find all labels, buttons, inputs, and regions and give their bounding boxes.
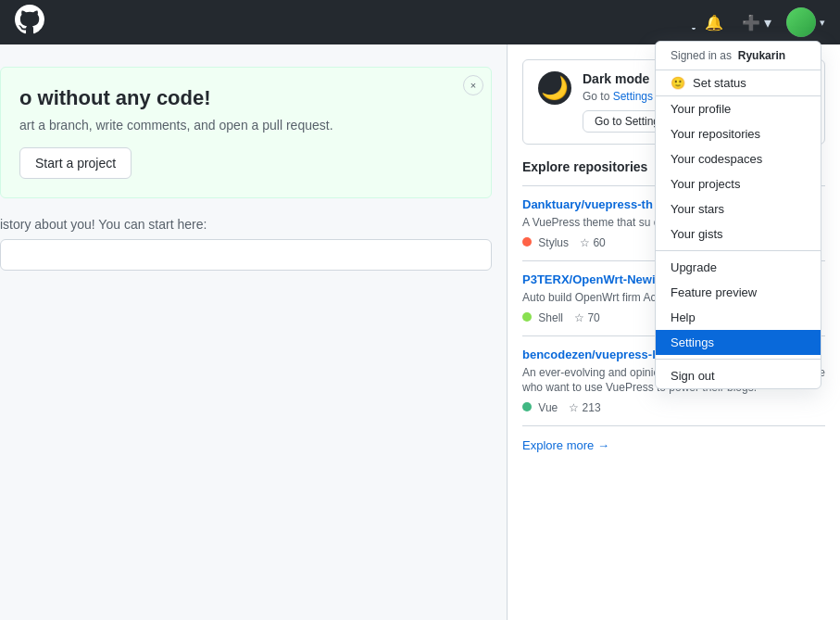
dropdown-item-sign-out[interactable]: Sign out bbox=[656, 363, 821, 388]
dropdown-item-your-projects[interactable]: Your projects bbox=[656, 171, 821, 196]
dropdown-item-your-stars[interactable]: Your stars bbox=[656, 196, 821, 221]
explore-more: Explore more → bbox=[522, 425, 825, 463]
star-icon-2: ☆ bbox=[574, 311, 584, 324]
start-project-button[interactable]: Start a project bbox=[19, 147, 132, 179]
dropdown-item-upgrade[interactable]: Upgrade bbox=[656, 255, 821, 280]
header-right: 🔔 ➕ ▾ ▾ bbox=[683, 7, 825, 37]
star-icon-1: ☆ bbox=[580, 236, 590, 249]
smiley-icon: 🙂 bbox=[671, 76, 685, 90]
avatar-chevron-icon: ▾ bbox=[820, 17, 825, 29]
repo-section: istory about you! You can start here: bbox=[0, 217, 492, 271]
github-logo-icon bbox=[15, 5, 44, 40]
set-status-item[interactable]: 🙂 Set status bbox=[656, 70, 821, 96]
dropdown-item-help[interactable]: Help bbox=[656, 305, 821, 330]
repo-stars-2: 70 bbox=[587, 311, 599, 324]
left-panel: × o without any code! art a branch, writ… bbox=[0, 44, 507, 620]
dropdown-header: Signed in as Ryukarin bbox=[656, 42, 821, 70]
avatar bbox=[786, 7, 816, 37]
dropdown-username: Ryukarin bbox=[738, 49, 785, 62]
repo-stars-1: 60 bbox=[593, 236, 605, 249]
banner-title: o without any code! bbox=[19, 86, 454, 110]
avatar-container[interactable]: ▾ bbox=[786, 7, 825, 37]
dropdown-item-settings[interactable]: Settings bbox=[656, 330, 821, 355]
repo-input[interactable] bbox=[0, 239, 492, 271]
star-icon-3: ☆ bbox=[569, 401, 579, 414]
create-button[interactable]: ➕ ▾ bbox=[738, 10, 775, 35]
dropdown-divider-2 bbox=[656, 359, 821, 360]
repo-lang-1: Stylus bbox=[538, 236, 569, 249]
dropdown-item-your-gists[interactable]: Your gists bbox=[656, 221, 821, 247]
dropdown-items-group1: Your profile Your repositories Your code… bbox=[656, 96, 821, 247]
dropdown-item-your-codespaces[interactable]: Your codespaces bbox=[656, 146, 821, 171]
header: 🔔 ➕ ▾ ▾ bbox=[0, 0, 840, 44]
header-left bbox=[15, 5, 44, 40]
dropdown-item-feature-preview[interactable]: Feature preview bbox=[656, 280, 821, 305]
notifications-button[interactable]: 🔔 bbox=[683, 10, 727, 35]
banner-subtitle: art a branch, write comments, and open a… bbox=[19, 118, 454, 133]
close-button[interactable]: × bbox=[463, 75, 483, 95]
section-text: istory about you! You can start here: bbox=[0, 217, 492, 232]
repo-stars-3: 213 bbox=[583, 401, 601, 414]
set-status-label: Set status bbox=[693, 76, 746, 90]
banner-card: × o without any code! art a branch, writ… bbox=[0, 67, 492, 198]
dropdown-divider-1 bbox=[656, 250, 821, 251]
lang-dot-3 bbox=[522, 402, 532, 411]
user-dropdown-menu: Signed in as Ryukarin 🙂 Set status Your … bbox=[655, 41, 821, 389]
dropdown-item-your-profile[interactable]: Your profile bbox=[656, 96, 821, 121]
lang-dot-1 bbox=[522, 237, 532, 247]
dropdown-item-your-repositories[interactable]: Your repositories bbox=[656, 121, 821, 146]
explore-more-link[interactable]: Explore more → bbox=[522, 438, 609, 452]
repo-meta-3: Vue ☆ 213 bbox=[522, 401, 825, 414]
repo-lang-3: Vue bbox=[538, 401, 558, 414]
repo-lang-2: Shell bbox=[538, 311, 563, 324]
dropdown-items-group2: Upgrade Feature preview Help Settings bbox=[656, 255, 821, 355]
signed-in-as-label: Signed in as bbox=[671, 49, 732, 62]
avatar-button[interactable] bbox=[786, 7, 816, 37]
lang-dot-2 bbox=[522, 312, 532, 322]
moon-icon: 🌙 bbox=[538, 71, 571, 105]
